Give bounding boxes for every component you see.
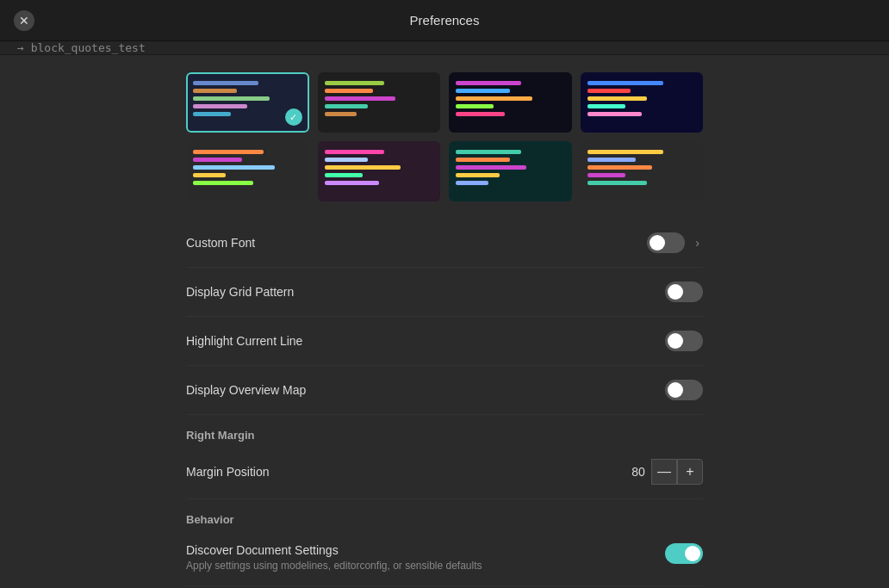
theme-grid: ✓: [186, 55, 703, 219]
margin-value: 80: [625, 465, 651, 479]
close-button[interactable]: ✕: [14, 10, 34, 31]
margin-position-control: 80 — +: [625, 459, 703, 485]
custom-font-controls: ›: [647, 232, 703, 253]
custom-font-toggle[interactable]: [647, 232, 685, 253]
display-grid-pattern-label: Display Grid Pattern: [186, 285, 294, 299]
content-area: → block_quotes_test ✓: [0, 41, 889, 588]
display-grid-pattern-row: Display Grid Pattern: [186, 268, 703, 317]
discover-document-settings-text: Discover Document Settings Apply setting…: [186, 543, 482, 572]
discover-document-settings-toggle[interactable]: [665, 543, 703, 564]
display-overview-map-controls: [665, 380, 703, 400]
display-grid-pattern-toggle[interactable]: [665, 282, 703, 302]
theme-card-4[interactable]: [581, 72, 704, 133]
theme-card-5[interactable]: [186, 141, 309, 201]
top-bar: → block_quotes_test: [0, 41, 889, 55]
theme-selected-check: ✓: [285, 108, 302, 126]
margin-position-label: Margin Position: [186, 465, 270, 479]
theme-card-2[interactable]: [318, 72, 441, 133]
settings-panel: ✓: [186, 55, 703, 588]
margin-decrement-button[interactable]: —: [651, 459, 677, 485]
top-bar-text: → block_quotes_test: [17, 41, 146, 54]
highlight-current-line-label: Highlight Current Line: [186, 334, 302, 348]
margin-increment-button[interactable]: +: [677, 459, 703, 485]
highlight-current-line-row: Highlight Current Line: [186, 317, 703, 366]
display-overview-map-toggle[interactable]: [665, 380, 703, 400]
display-overview-map-label: Display Overview Map: [186, 383, 306, 397]
custom-font-label: Custom Font: [186, 236, 255, 250]
discover-document-settings-row: Discover Document Settings Apply setting…: [186, 529, 703, 586]
highlight-current-line-controls: [665, 331, 703, 351]
display-grid-pattern-controls: [665, 282, 703, 302]
display-overview-map-row: Display Overview Map: [186, 366, 703, 415]
theme-card-6[interactable]: [318, 141, 441, 201]
window-title: Preferences: [410, 13, 480, 28]
highlight-current-line-toggle[interactable]: [665, 331, 703, 351]
theme-card-3[interactable]: [449, 72, 572, 133]
custom-font-row: Custom Font ›: [186, 219, 703, 268]
title-bar: ✕ Preferences: [0, 0, 889, 41]
theme-card-8[interactable]: [581, 141, 704, 201]
discover-document-settings-title: Discover Document Settings: [186, 543, 482, 557]
right-margin-section-header: Right Margin: [186, 415, 703, 445]
margin-position-row: Margin Position 80 — +: [186, 445, 703, 499]
behavior-section-header: Behavior: [186, 499, 703, 529]
custom-font-chevron[interactable]: ›: [692, 232, 703, 253]
theme-card-1[interactable]: ✓: [186, 72, 309, 133]
discover-document-settings-subtitle: Apply settings using modelines, editorco…: [186, 560, 482, 572]
theme-card-7[interactable]: [449, 141, 572, 201]
